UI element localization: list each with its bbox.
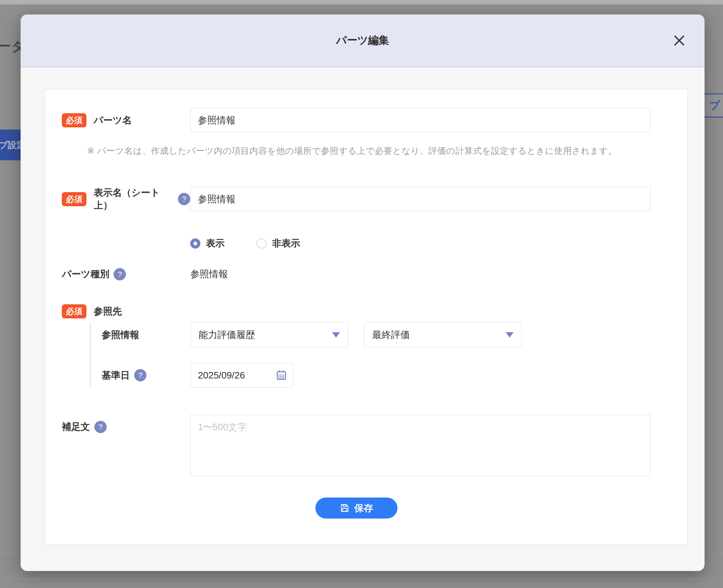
visibility-option-show[interactable]: 表示 bbox=[190, 237, 225, 250]
base-date-row: 基準日 ? 2025/09/26 bbox=[102, 363, 673, 388]
save-row: 保存 bbox=[62, 498, 651, 519]
reference-info-row: 参照情報 能力評価履歴 最終評価 bbox=[102, 322, 673, 347]
reference-label: 参照先 bbox=[94, 305, 122, 318]
reference-row: 必須 参照先 bbox=[62, 304, 673, 318]
modal-header: パーツ編集 bbox=[21, 14, 705, 67]
parts-name-note: ※ パーツ名は、作成したパーツ内の項目内容を他の場所で参照する上で必要となり、評… bbox=[87, 145, 673, 157]
help-icon[interactable]: ? bbox=[178, 193, 190, 205]
supplement-label: 補足文 bbox=[62, 420, 90, 433]
form-panel: 必須 パーツ名 ※ パーツ名は、作成したパーツ内の項目内容を他の場所で参照する上… bbox=[45, 89, 688, 545]
radio-selected-icon bbox=[190, 238, 200, 249]
reference-subgroup: 参照情報 能力評価履歴 最終評価 基準日 ? bbox=[90, 322, 673, 388]
required-badge: 必須 bbox=[62, 113, 86, 127]
visibility-option-hide[interactable]: 非表示 bbox=[256, 237, 300, 250]
chevron-down-icon bbox=[332, 332, 340, 338]
save-icon bbox=[340, 503, 350, 513]
help-icon[interactable]: ? bbox=[94, 421, 107, 433]
parts-type-row: パーツ種別 ? 参照情報 bbox=[62, 268, 673, 280]
reference-item-dropdown[interactable]: 最終評価 bbox=[364, 322, 522, 347]
parts-name-label: パーツ名 bbox=[94, 114, 132, 127]
close-button[interactable] bbox=[671, 33, 687, 48]
display-name-label: 表示名（シート上） bbox=[94, 186, 174, 212]
help-icon[interactable]: ? bbox=[134, 369, 146, 381]
modal-body: 必須 パーツ名 ※ パーツ名は、作成したパーツ内の項目内容を他の場所で参照する上… bbox=[21, 67, 705, 545]
parts-name-input[interactable] bbox=[190, 108, 651, 132]
save-button[interactable]: 保存 bbox=[315, 498, 397, 519]
chevron-down-icon bbox=[506, 332, 514, 338]
calendar-icon bbox=[276, 369, 287, 381]
background-tab-settings-button[interactable]: ブ設定 bbox=[0, 130, 22, 160]
parts-type-value: 参照情報 bbox=[190, 268, 228, 280]
base-date-input[interactable]: 2025/09/26 bbox=[190, 363, 293, 388]
parts-edit-modal: パーツ編集 必須 パーツ名 ※ パーツ名は、作成したパーツ内の項目内容を他の場所… bbox=[21, 14, 705, 571]
display-name-row: 必須 表示名（シート上） ? bbox=[62, 186, 673, 212]
supplement-textarea[interactable] bbox=[190, 415, 651, 476]
display-name-input[interactable] bbox=[190, 187, 651, 211]
visibility-radio-group: 表示 非表示 bbox=[190, 237, 673, 250]
close-icon bbox=[673, 34, 686, 47]
required-badge: 必須 bbox=[62, 304, 86, 318]
reference-source-dropdown[interactable]: 能力評価履歴 bbox=[190, 322, 348, 347]
background-top-strip bbox=[0, 0, 723, 5]
reference-info-label: 参照情報 bbox=[102, 329, 139, 341]
radio-unselected-icon bbox=[256, 238, 267, 249]
help-icon[interactable]: ? bbox=[114, 268, 126, 280]
parts-type-label: パーツ種別 bbox=[62, 268, 109, 280]
base-date-label: 基準日 bbox=[102, 369, 130, 382]
background-row-divider bbox=[0, 579, 723, 579]
parts-name-row: 必須 パーツ名 bbox=[62, 108, 673, 132]
required-badge: 必須 bbox=[62, 192, 86, 206]
modal-title: パーツ編集 bbox=[336, 33, 389, 48]
background-preview-button[interactable]: プ bbox=[705, 93, 723, 118]
supplement-row: 補足文 ? bbox=[62, 415, 673, 476]
